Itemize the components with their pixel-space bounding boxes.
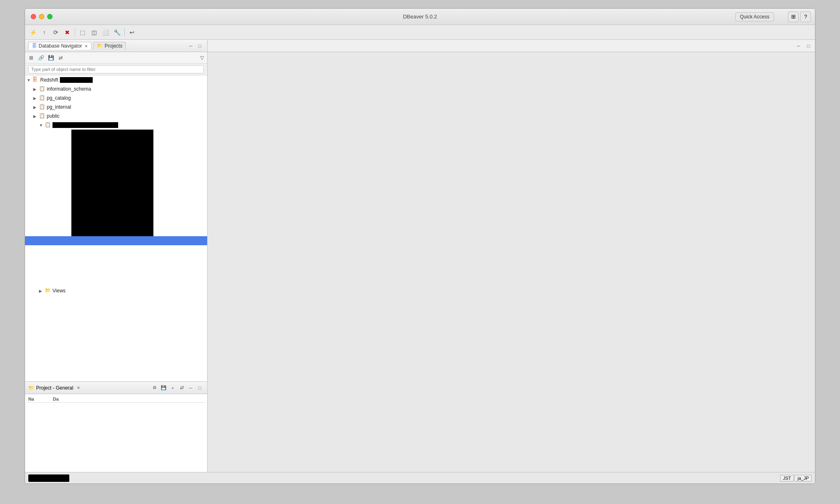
project-save[interactable]: 💾 [160, 384, 168, 392]
project-folder-icon: 📁 [28, 385, 34, 391]
tree-container: ▼ 🗄 Redshift ▶ 📋 information_schema ▶ [25, 75, 207, 381]
toolbar-disconnect[interactable]: ↑ [39, 27, 50, 38]
tree-arrow: ▼ [39, 123, 45, 128]
toolbar-stop[interactable]: ✖ [62, 27, 73, 38]
schema-label: public [47, 113, 59, 119]
schema-label: information_schema [47, 86, 91, 92]
folder-icon: 📋 [45, 122, 51, 128]
separator-2 [124, 28, 125, 36]
tables-redacted [52, 122, 118, 128]
nav-toolbar: ⊞ 🔗 💾 ⇄ ▽ [25, 52, 207, 64]
db-icon: 🗄 [32, 77, 39, 83]
close-button[interactable] [31, 14, 36, 19]
schema-icon: 📋 [39, 86, 46, 92]
tree-schema-public[interactable]: ▶ 📋 public [25, 112, 207, 121]
toolbar-split[interactable]: ⬜ [100, 27, 111, 38]
project-tab-label: Project - General [36, 385, 73, 391]
app-window: DBeaver 5.0.2 Quick Access ⊞ ? ⚡ ↑ ⟳ ✖ ⬚… [25, 8, 815, 484]
tree-schema-pg-internal[interactable]: ▶ 📋 pg_internal [25, 103, 207, 112]
project-panel: 📁 Project - General ✕ ⚙ 💾 + ⇄ ─ □ Na [25, 382, 207, 472]
project-settings[interactable]: ⚙ [151, 384, 159, 392]
db-navigator-tab-icon: 🗄 [32, 43, 37, 49]
perspective-icon[interactable]: ⊞ [788, 11, 799, 22]
minimize-panel-btn[interactable]: ─ [187, 42, 195, 50]
filter-input[interactable] [28, 65, 204, 73]
maximize-panel-btn[interactable]: □ [196, 42, 204, 50]
tree-views-folder[interactable]: ▶ 📁 Views [25, 286, 207, 295]
project-add[interactable]: + [169, 384, 177, 392]
toolbar-undo[interactable]: ↩ [127, 27, 137, 38]
schema-icon: 📋 [39, 113, 46, 119]
minimize-button[interactable] [39, 14, 44, 19]
redacted-area [25, 130, 207, 236]
views-label: Views [52, 288, 66, 294]
schema-icon: 📋 [39, 95, 46, 101]
tree-connection-redshift[interactable]: ▼ 🗄 Redshift [25, 75, 207, 84]
help-icon[interactable]: ? [800, 11, 811, 22]
status-right: JST ja_JP [780, 475, 812, 481]
project-col-na: Na [28, 397, 53, 401]
tree-tables-folder[interactable]: ▼ 📋 [25, 121, 207, 130]
tree-schema-information[interactable]: ▶ 📋 information_schema [25, 84, 207, 94]
db-navigator-tab-label: Database Navigator [39, 43, 82, 49]
status-redacted [28, 474, 69, 482]
project-content: Na Da [25, 394, 207, 472]
db-navigator-tab-close[interactable]: ✕ [84, 44, 88, 48]
project-maximize[interactable]: □ [196, 384, 204, 392]
right-minimize-btn[interactable]: ─ [794, 42, 803, 50]
project-columns: Na Da [27, 396, 205, 403]
toolbar-new-tab[interactable]: ⬚ [77, 27, 88, 38]
nav-link[interactable]: 🔗 [37, 53, 46, 62]
toolbar-connect[interactable]: ⚡ [27, 27, 38, 38]
tree-highlighted-row[interactable] [25, 236, 207, 245]
quick-access-button[interactable]: Quick Access [735, 12, 774, 21]
db-navigator-header: 🗄 Database Navigator ✕ 📁 Projects ─ □ [25, 40, 207, 52]
project-tab-close[interactable]: ✕ [77, 385, 80, 390]
separator-1 [75, 28, 75, 36]
maximize-button[interactable] [47, 14, 52, 19]
nav-filter[interactable]: ⇄ [56, 53, 65, 62]
main-toolbar: ⚡ ↑ ⟳ ✖ ⬚ ◫ ⬜ 🔧 ↩ [25, 25, 815, 40]
schema-icon: 📋 [39, 104, 46, 110]
status-bar: JST ja_JP [25, 472, 815, 483]
panel-controls: ─ □ [187, 42, 204, 50]
projects-tab[interactable]: 📁 Projects [93, 42, 126, 50]
nav-dropdown[interactable]: ▽ [198, 54, 205, 62]
app-title-bar: DBeaver 5.0.2 Quick Access ⊞ ? [25, 9, 815, 25]
window-controls [31, 14, 52, 19]
nav-collapse-all[interactable]: ⊞ [27, 53, 36, 62]
connection-label: Redshift [40, 77, 58, 83]
tree-spacer [25, 245, 207, 286]
tree-arrow: ▶ [33, 105, 39, 109]
status-locale[interactable]: ja_JP [794, 475, 812, 481]
main-content: 🗄 Database Navigator ✕ 📁 Projects ─ □ [25, 40, 815, 472]
right-panel-header: ─ □ [208, 40, 815, 52]
project-link[interactable]: ⇄ [178, 384, 186, 392]
project-panel-controls: ⚙ 💾 + ⇄ ─ □ [151, 384, 204, 392]
tree-arrow: ▶ [33, 96, 39, 100]
context-menu-overlay [71, 130, 153, 236]
tree-schema-pg-catalog[interactable]: ▶ 📋 pg_catalog [25, 94, 207, 103]
db-navigator-tab[interactable]: 🗄 Database Navigator ✕ [28, 42, 91, 50]
highlighted-content [45, 238, 205, 244]
toolbar-settings[interactable]: 🔧 [112, 27, 122, 38]
project-header: 📁 Project - General ✕ ⚙ 💾 + ⇄ ─ □ [25, 382, 207, 394]
nav-save[interactable]: 💾 [46, 53, 55, 62]
project-minimize[interactable]: ─ [187, 384, 195, 392]
app-icons-right: ⊞ ? [788, 11, 811, 22]
right-maximize-btn[interactable]: □ [804, 42, 813, 50]
tree-arrow: ▼ [27, 78, 32, 82]
toolbar-open[interactable]: ◫ [89, 27, 99, 38]
db-navigator-panel: 🗄 Database Navigator ✕ 📁 Projects ─ □ [25, 40, 207, 382]
app-title: DBeaver 5.0.2 [403, 14, 437, 20]
filter-area [25, 64, 207, 75]
tree-arrow: ▶ [33, 87, 39, 91]
projects-tab-label: Projects [105, 43, 122, 49]
project-col-da: Da [53, 397, 78, 401]
toolbar-refresh[interactable]: ⟳ [50, 27, 61, 38]
status-timezone[interactable]: JST [780, 475, 794, 481]
schema-label: pg_internal [47, 104, 71, 110]
tree-arrow: ▶ [39, 289, 45, 293]
schema-label: pg_catalog [47, 95, 71, 101]
right-panel: ─ □ [208, 40, 815, 472]
